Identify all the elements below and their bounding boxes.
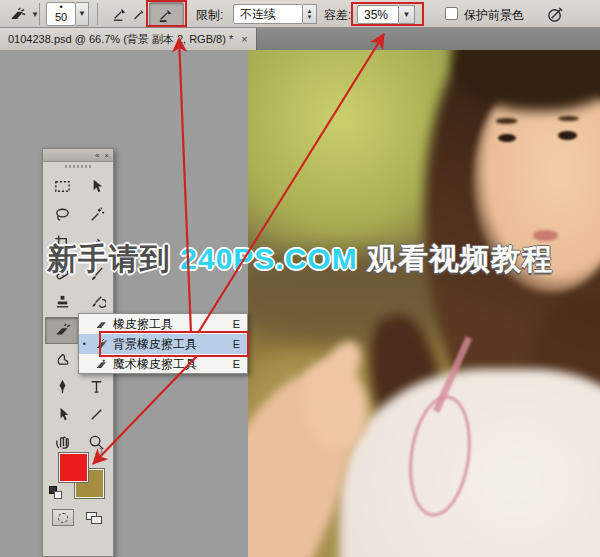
photo-brow-left xyxy=(496,118,517,123)
menu-item-eraser[interactable]: 橡皮擦工具 E xyxy=(79,314,247,334)
arrow-to-sampling-button xyxy=(179,38,191,333)
crop-icon xyxy=(53,233,72,252)
tool-move[interactable] xyxy=(79,173,113,200)
background-eraser-icon xyxy=(94,337,109,352)
background-eraser-icon xyxy=(8,5,27,24)
tolerance-label: 容差: xyxy=(324,7,351,24)
tool-crop[interactable] xyxy=(45,229,79,256)
tool-preset-button[interactable] xyxy=(4,2,30,26)
collapse-icon[interactable]: « xyxy=(95,151,99,160)
options-bar: ▼ • 50 ▼ 限制: 不连续 ▲▼ 容差: 35% ▼ 保护前景色 xyxy=(0,0,600,28)
tool-history-brush[interactable] xyxy=(79,289,113,316)
brush-tip-dot-icon: • xyxy=(47,3,75,11)
path-select-icon xyxy=(53,405,72,424)
lasso-icon xyxy=(53,205,72,224)
tool-healing-brush[interactable] xyxy=(45,261,79,288)
sampling-continuous-button[interactable] xyxy=(108,2,130,26)
tool-preset-caret-icon[interactable]: ▼ xyxy=(31,11,39,19)
chevron-down-icon: ▼ xyxy=(307,14,313,20)
move-icon xyxy=(87,177,106,196)
menu-item-shortcut: E xyxy=(233,358,240,370)
pen-icon xyxy=(53,377,72,396)
airbrush-button[interactable] xyxy=(543,3,567,25)
sampling-background-swatch-button[interactable] xyxy=(149,2,184,26)
tool-clone-stamp[interactable] xyxy=(45,289,79,316)
airbrush-icon xyxy=(546,5,565,24)
tool-type[interactable] xyxy=(79,373,113,400)
photo-brow-right xyxy=(558,116,579,121)
healing-brush-icon xyxy=(53,265,72,284)
eraser-icon xyxy=(94,317,109,332)
menu-item-label: 橡皮擦工具 xyxy=(113,316,229,333)
limit-select[interactable]: 不连续 xyxy=(233,4,303,24)
history-brush-icon xyxy=(87,293,106,312)
limit-label: 限制: xyxy=(196,7,223,24)
separator xyxy=(39,3,40,25)
tool-magic-wand[interactable] xyxy=(79,201,113,228)
chevron-down-icon: ▼ xyxy=(403,11,411,19)
active-tool-bullet-icon: ▪ xyxy=(83,340,90,348)
menu-item-magic-eraser[interactable]: 魔术橡皮擦工具 E xyxy=(79,354,247,374)
grip-dots-icon xyxy=(65,165,91,168)
tolerance-input[interactable]: 35% xyxy=(357,5,399,24)
hand-icon xyxy=(53,433,72,452)
brush-size-value: 50 xyxy=(47,11,75,23)
protect-foreground-label: 保护前景色 xyxy=(464,7,524,24)
menu-item-background-eraser[interactable]: ▪ 背景橡皮擦工具 E xyxy=(79,334,247,354)
protect-foreground-checkbox[interactable] xyxy=(445,7,458,20)
quick-mask-button[interactable] xyxy=(52,509,74,526)
menu-item-shortcut: E xyxy=(233,318,240,330)
background-eraser-icon xyxy=(53,321,72,340)
clone-stamp-icon xyxy=(53,293,72,312)
menu-item-label: 背景橡皮擦工具 xyxy=(113,336,229,353)
eyedropper-once-icon xyxy=(130,5,148,24)
magic-wand-icon xyxy=(87,205,106,224)
tool-rectangular-marquee[interactable] xyxy=(45,173,79,200)
palette-header[interactable]: « × xyxy=(43,149,113,162)
eraser-tool-flyout-menu: 橡皮擦工具 E ▪ 背景橡皮擦工具 E 魔术橡皮擦工具 E xyxy=(78,313,248,374)
rectangular-marquee-icon xyxy=(53,177,72,196)
default-colors-icon[interactable] xyxy=(49,486,62,499)
line-icon xyxy=(87,405,106,424)
tab-bar: 0104238.psd @ 66.7% (背景 副本 2, RGB/8) * × xyxy=(0,28,600,50)
photo-eye-left xyxy=(498,134,516,142)
tool-path-select[interactable] xyxy=(45,401,79,428)
tool-smudge[interactable] xyxy=(45,345,79,372)
palette-grip[interactable] xyxy=(43,162,113,171)
separator xyxy=(97,3,98,25)
brush-icon xyxy=(87,265,106,284)
tool-pen[interactable] xyxy=(45,373,79,400)
document-tab-title: 0104238.psd @ 66.7% (背景 副本 2, RGB/8) * xyxy=(8,32,233,47)
tool-eyedropper[interactable] xyxy=(79,229,113,256)
eyedropper-icon xyxy=(87,233,106,252)
tool-eraser-active[interactable] xyxy=(45,317,79,344)
close-icon[interactable]: × xyxy=(104,151,109,160)
tool-line[interactable] xyxy=(79,401,113,428)
tool-brush[interactable] xyxy=(79,261,113,288)
palette-divider xyxy=(47,259,109,260)
tolerance-dropdown-button[interactable]: ▼ xyxy=(399,5,415,24)
tool-lasso[interactable] xyxy=(45,201,79,228)
limit-stepper[interactable]: ▲▼ xyxy=(303,4,317,24)
screen-mode-button[interactable] xyxy=(83,509,105,526)
brush-size-picker[interactable]: • 50 xyxy=(46,2,76,26)
tab-close-icon[interactable]: × xyxy=(241,33,247,45)
eyedropper-background-swatch-icon xyxy=(157,5,176,24)
chevron-down-icon: ▼ xyxy=(78,10,86,18)
sampling-once-button[interactable] xyxy=(130,2,148,26)
menu-item-label: 魔术橡皮擦工具 xyxy=(113,356,229,373)
type-icon xyxy=(87,377,106,396)
eyedropper-continuous-icon xyxy=(110,5,129,24)
quick-mask-icon xyxy=(58,513,68,523)
smudge-icon xyxy=(53,349,72,368)
menu-item-shortcut: E xyxy=(233,338,240,350)
foreground-color-swatch[interactable] xyxy=(58,452,89,483)
document-tab[interactable]: 0104238.psd @ 66.7% (背景 副本 2, RGB/8) * × xyxy=(0,28,257,50)
photo-lips xyxy=(533,230,558,241)
magic-eraser-icon xyxy=(94,357,109,372)
photo-eye-right xyxy=(558,131,577,140)
brush-size-dropdown-button[interactable]: ▼ xyxy=(76,2,89,26)
photo-canvas[interactable] xyxy=(248,50,600,557)
